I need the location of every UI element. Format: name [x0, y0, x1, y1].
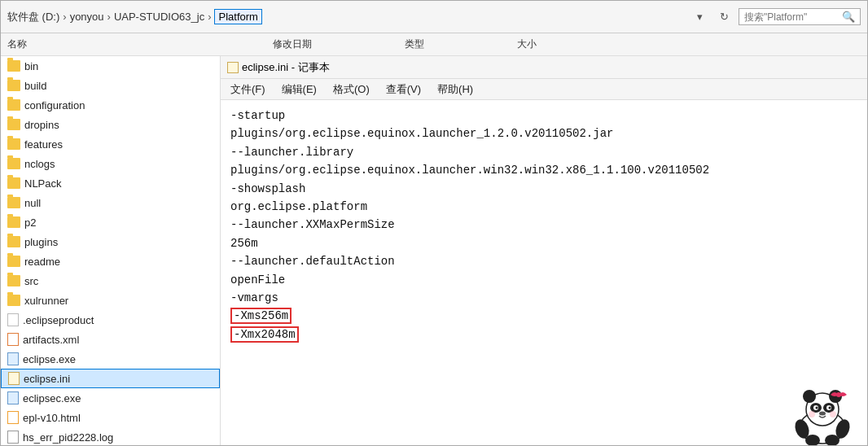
menu-item[interactable]: 帮助(H): [434, 81, 476, 98]
file-item[interactable]: p2: [1, 212, 220, 232]
file-name: bin: [24, 60, 38, 72]
folder-icon: [7, 119, 20, 130]
ini-icon: [8, 372, 20, 385]
log-icon: [7, 431, 19, 444]
search-icon: 🔍: [842, 11, 855, 23]
content-line: --launcher.library: [230, 143, 857, 161]
svg-point-12: [830, 411, 836, 418]
file-item[interactable]: artifacts.xml: [1, 330, 220, 349]
svg-point-8: [816, 407, 818, 409]
notepad-panel: eclipse.ini - 记事本 文件(F)编辑(E)格式(O)查看(V)帮助…: [221, 56, 867, 445]
content-line: -startup: [230, 107, 857, 125]
folder-icon: [7, 80, 20, 91]
file-item[interactable]: null: [1, 193, 220, 212]
file-name: null: [24, 197, 41, 209]
menu-item[interactable]: 编辑(E): [278, 81, 320, 98]
html-icon: [7, 411, 19, 424]
xml-icon: [7, 333, 19, 346]
file-name: plugins: [24, 236, 58, 248]
file-name: eclipse.ini: [24, 373, 70, 385]
notepad-content[interactable]: -startup plugins/org.eclipse.equinox.lau…: [221, 100, 867, 445]
file-item[interactable]: readme: [1, 251, 220, 271]
menu-item[interactable]: 查看(V): [383, 81, 424, 98]
content-line: 256m: [230, 234, 857, 252]
highlight-line: -Xms256m: [230, 308, 292, 324]
folder-icon: [7, 138, 20, 150]
refresh-button[interactable]: ↻: [714, 7, 734, 27]
col-header-name[interactable]: 名称: [7, 37, 227, 51]
svg-point-13: [836, 392, 841, 397]
content-line: --launcher.XXMaxPermSize: [230, 216, 857, 234]
file-name: .eclipseproduct: [23, 314, 94, 326]
content-line: openFile: [230, 271, 857, 289]
file-item[interactable]: nclogs: [1, 154, 220, 173]
breadcrumb-sep-3: ›: [208, 11, 211, 23]
file-item[interactable]: build: [1, 76, 220, 95]
column-headers: 名称 修改日期 类型 大小: [1, 33, 867, 56]
file-name: xulrunner: [24, 295, 68, 307]
notepad-file-icon: [227, 62, 239, 73]
file-item[interactable]: configuration: [1, 95, 220, 115]
file-item[interactable]: NLPack: [1, 173, 220, 193]
breadcrumb-item-uap[interactable]: UAP-STUDIO63_jc: [114, 11, 204, 23]
folder-icon: [7, 158, 20, 169]
file-item[interactable]: features: [1, 134, 220, 154]
content-line: -showsplash: [230, 180, 857, 198]
svg-point-2: [803, 390, 816, 403]
file-name: src: [24, 275, 38, 287]
file-item[interactable]: epl-v10.html: [1, 408, 220, 427]
file-name: NLPack: [24, 177, 62, 190]
file-name: readme: [24, 256, 60, 268]
content-line: org.eclipse.platform: [230, 198, 857, 216]
file-name: hs_err_pid2228.log: [23, 431, 113, 444]
panda-mascot: [786, 380, 859, 445]
file-item[interactable]: xulrunner: [1, 291, 220, 310]
file-item[interactable]: .eclipseproduct: [1, 310, 220, 330]
breadcrumb-item-platform[interactable]: Platform: [214, 9, 261, 24]
folder-icon: [7, 216, 20, 228]
col-header-type[interactable]: 类型: [357, 37, 471, 51]
dropdown-button[interactable]: ▾: [690, 7, 709, 27]
search-input[interactable]: [744, 11, 842, 23]
folder-icon: [7, 197, 20, 208]
svg-point-11: [809, 411, 815, 418]
menu-item[interactable]: 格式(O): [330, 81, 373, 98]
col-header-size[interactable]: 大小: [471, 37, 553, 51]
file-name: eclipsec.exe: [23, 392, 81, 404]
file-item[interactable]: hs_err_pid2228.log: [1, 427, 220, 445]
breadcrumb-item-yonyou[interactable]: yonyou: [70, 11, 104, 23]
file-name: nclogs: [24, 158, 55, 170]
file-name: artifacts.xml: [23, 334, 79, 346]
content-line: -Xmx2048m: [230, 326, 857, 343]
file-name: eclipse.exe: [23, 353, 76, 365]
file-name: build: [24, 80, 46, 92]
file-item[interactable]: dropins: [1, 115, 220, 134]
file-list: binbuildconfigurationdropinsfeaturesnclo…: [1, 56, 221, 445]
file-item[interactable]: src: [1, 271, 220, 291]
content-line: plugins/org.eclipse.equinox.launcher.win…: [230, 161, 857, 179]
col-header-modified[interactable]: 修改日期: [227, 37, 357, 51]
folder-icon: [7, 177, 20, 189]
file-item[interactable]: eclipse.exe: [1, 349, 220, 369]
dot-icon: [7, 313, 19, 326]
main-content: binbuildconfigurationdropinsfeaturesnclo…: [1, 56, 867, 445]
search-box: 🔍: [739, 8, 861, 25]
folder-icon: [7, 256, 20, 267]
content-line: plugins/org.eclipse.equinox.launcher_1.2…: [230, 125, 857, 142]
content-line: -vmargs: [230, 289, 857, 307]
breadcrumb-sep-1: ›: [63, 11, 66, 23]
file-item[interactable]: bin: [1, 56, 220, 76]
file-item[interactable]: plugins: [1, 232, 220, 251]
notepad-menu-bar: 文件(F)编辑(E)格式(O)查看(V)帮助(H): [221, 79, 867, 100]
file-item[interactable]: eclipse.ini: [1, 369, 220, 388]
file-name: configuration: [24, 99, 85, 112]
address-bar-right: ▾ ↻ 🔍: [690, 7, 861, 27]
menu-item[interactable]: 文件(F): [227, 81, 269, 98]
file-item[interactable]: eclipsec.exe: [1, 388, 220, 408]
svg-point-9: [829, 407, 831, 409]
notepad-title-bar: eclipse.ini - 记事本: [221, 56, 867, 79]
notepad-title: eclipse.ini - 记事本: [242, 60, 330, 75]
folder-icon: [7, 60, 20, 72]
breadcrumb-sep-2: ›: [107, 11, 111, 23]
breadcrumb-item-drive[interactable]: 软件盘 (D:): [7, 10, 59, 24]
